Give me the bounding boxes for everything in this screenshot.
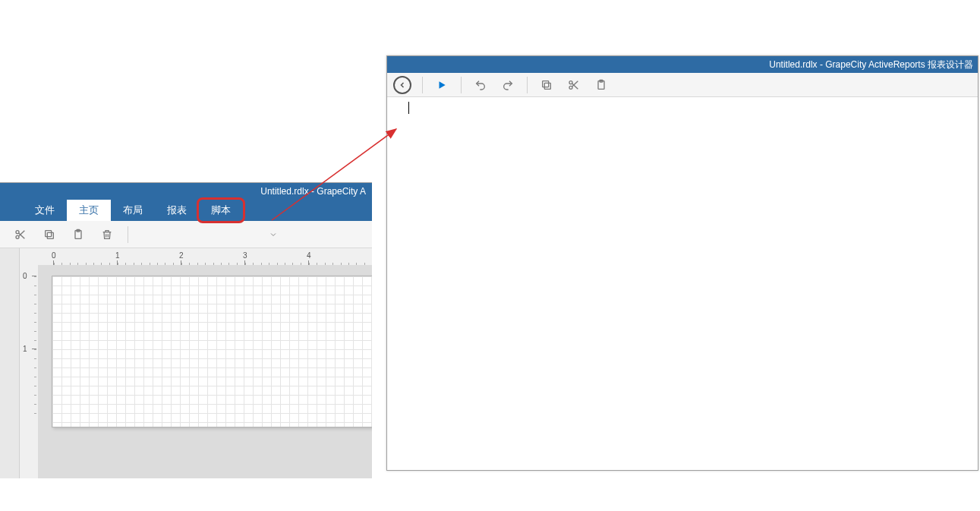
script-toolbar: [387, 73, 978, 97]
script-editor-window: Untitled.rdlx - GrapeCity ActiveReports …: [386, 55, 978, 471]
script-editor[interactable]: [387, 97, 978, 470]
main-toolbar: [0, 221, 372, 248]
svg-rect-10: [543, 80, 549, 87]
copy-icon: [43, 229, 55, 241]
chevron-down-icon: [269, 230, 278, 239]
undo-icon: [474, 79, 487, 91]
svg-point-0: [16, 230, 19, 233]
chevron-left-icon: [398, 80, 407, 90]
paste-icon: [595, 79, 607, 91]
design-body: 0 1 2 3 4 0 1: [0, 248, 372, 478]
window-title: Untitled.rdlx - GrapeCity ActiveReports …: [387, 56, 978, 73]
toolbar-separator: [461, 77, 462, 93]
undo-button[interactable]: [468, 74, 493, 96]
toolbar-separator: [527, 77, 528, 93]
trash-icon: [101, 229, 113, 241]
tab-file[interactable]: 文件: [23, 200, 67, 221]
svg-rect-9: [544, 83, 550, 89]
play-icon: [436, 80, 447, 90]
toolbar-separator: [422, 77, 423, 93]
copy-button[interactable]: [36, 224, 62, 245]
copy-icon: [540, 79, 553, 91]
paste-button[interactable]: [65, 224, 91, 245]
tab-home[interactable]: 主页: [67, 200, 111, 221]
scissors-icon: [568, 79, 580, 91]
ruler-h-tick: 0: [52, 251, 56, 260]
svg-rect-4: [47, 232, 53, 238]
copy-button[interactable]: [534, 74, 559, 96]
ruler-h-tick: 1: [115, 251, 120, 260]
text-cursor: [408, 102, 409, 114]
ruler-h-tick: 3: [243, 251, 247, 260]
redo-icon: [502, 79, 514, 91]
delete-button[interactable]: [94, 224, 120, 245]
ruler-v-tick: 0: [23, 272, 27, 280]
toolbar-separator: [128, 226, 128, 243]
ribbon-tabs: 文件 主页 布局 报表 脚本: [0, 200, 372, 221]
cut-button[interactable]: [8, 224, 33, 245]
ruler-v-tick: 1: [23, 345, 27, 353]
window-title: Untitled.rdlx - GrapeCity A: [0, 183, 372, 200]
ruler-h-tick: 2: [179, 251, 184, 260]
tab-script[interactable]: 脚本: [199, 200, 243, 221]
paste-button[interactable]: [588, 74, 614, 96]
toolbar-overflow[interactable]: [258, 224, 288, 245]
svg-rect-5: [46, 230, 52, 236]
back-button[interactable]: [393, 76, 411, 94]
svg-point-12: [569, 86, 572, 89]
run-button[interactable]: [429, 74, 455, 96]
tab-layout[interactable]: 布局: [111, 200, 155, 221]
tab-report[interactable]: 报表: [155, 200, 199, 221]
ruler-horizontal: 0 1 2 3 4: [38, 248, 372, 265]
cut-button[interactable]: [561, 74, 587, 96]
ruler-vertical: 0 1: [20, 265, 36, 478]
svg-marker-8: [440, 81, 446, 88]
side-panel[interactable]: [0, 248, 20, 478]
scissors-icon: [14, 229, 27, 241]
redo-button[interactable]: [495, 74, 521, 96]
report-page[interactable]: [52, 276, 372, 427]
page-area: [38, 265, 372, 478]
paste-icon: [72, 229, 84, 241]
design-surface-container: 0 1 2 3 4 0 1: [20, 248, 372, 478]
svg-point-11: [569, 80, 572, 84]
designer-main-window: Untitled.rdlx - GrapeCity A 文件 主页 布局 报表 …: [0, 182, 372, 478]
svg-point-1: [16, 235, 19, 238]
ruler-h-tick: 4: [307, 251, 311, 260]
